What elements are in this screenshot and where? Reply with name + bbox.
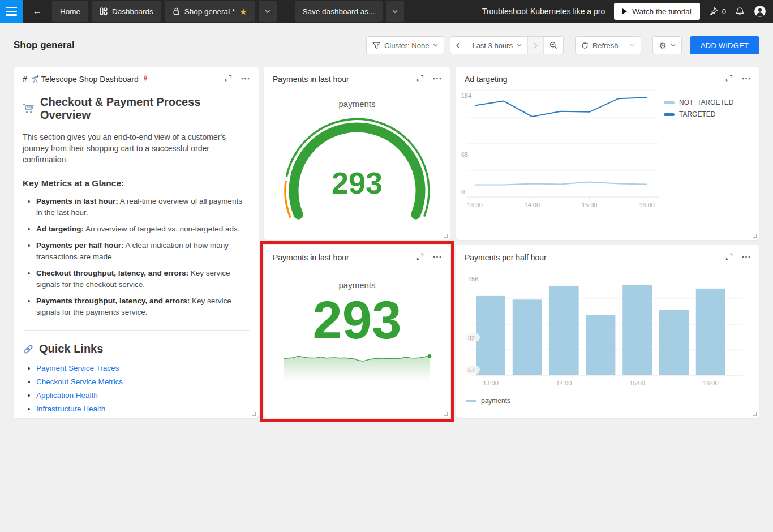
- play-icon: [622, 8, 627, 14]
- cluster-filter-button[interactable]: Cluster: None: [366, 36, 444, 54]
- back-arrow-button[interactable]: ←: [31, 6, 44, 17]
- widget-title: Payments in last hour: [273, 75, 416, 84]
- quick-links-list: Payment Service Traces Checkout Service …: [23, 364, 250, 418]
- widget-title: Payments in last hour: [273, 253, 416, 262]
- widget-menu-button[interactable]: [742, 256, 750, 258]
- dashboards-tab-label: Dashboards: [112, 7, 153, 16]
- widget-menu-button[interactable]: [742, 78, 750, 80]
- chart-legend: NOT_TARGETEDTARGETED: [664, 86, 746, 220]
- expand-widget-button[interactable]: [225, 75, 232, 82]
- pinned-items-button[interactable]: 0: [709, 7, 726, 16]
- nav-tab-dashboards[interactable]: Dashboards: [92, 1, 161, 22]
- time-range-selector[interactable]: Last 3 hours: [466, 37, 527, 54]
- pin-icon: [709, 7, 718, 16]
- svg-text:0: 0: [461, 188, 465, 195]
- watch-tutorial-button[interactable]: Watch the tutorial: [614, 3, 700, 20]
- svg-text:14:00: 14:00: [556, 380, 572, 387]
- expand-widget-button[interactable]: [725, 75, 733, 82]
- resize-handle[interactable]: [753, 234, 757, 238]
- save-dashboard-button[interactable]: Save dashboard as...: [295, 1, 383, 22]
- gauge-value: 293: [264, 167, 450, 199]
- svg-text:16:00: 16:00: [703, 380, 719, 387]
- resize-handle[interactable]: [444, 234, 448, 238]
- time-range-label: Last 3 hours: [472, 41, 513, 50]
- legend-label: NOT_TARGETED: [679, 98, 733, 106]
- expand-widget-button[interactable]: [416, 253, 424, 260]
- unlock-icon: [173, 7, 180, 15]
- watch-tutorial-label: Watch the tutorial: [632, 7, 692, 16]
- time-forward-button[interactable]: [527, 37, 543, 54]
- page-header: Shop general Cluster: None Last 3 hours: [0, 23, 773, 67]
- svg-text:15:00: 15:00: [629, 380, 645, 387]
- zoom-out-time-button[interactable]: [543, 37, 563, 54]
- number-chart[interactable]: payments 293: [264, 280, 450, 382]
- shopping-cart-icon: [23, 103, 35, 114]
- link-checkout-service-metrics[interactable]: Checkout Service Metrics: [36, 377, 123, 386]
- markdown-widget-title: # Telescope Shop Dashboard: [23, 75, 225, 84]
- svg-text:57: 57: [468, 367, 475, 374]
- dashboard-tab-dropdown[interactable]: [259, 1, 277, 22]
- line-chart[interactable]: 18465013:0014:0015:0016:00: [460, 86, 664, 220]
- filter-funnel-icon: [372, 42, 380, 49]
- svg-text:184: 184: [461, 92, 471, 99]
- notifications-button[interactable]: [735, 7, 745, 16]
- widget-menu-button[interactable]: [241, 78, 250, 80]
- ad-targeting-widget: Ad targeting 18465013:0014:0015:0016:00 …: [456, 67, 759, 240]
- legend-item[interactable]: NOT_TARGETED: [664, 98, 746, 106]
- list-item: Checkout Service Metrics: [36, 377, 250, 386]
- metric-label: payments: [264, 280, 450, 290]
- pin-count-badge: 0: [722, 7, 726, 16]
- favorite-star-icon[interactable]: ★: [239, 7, 247, 16]
- legend-item[interactable]: TARGETED: [664, 110, 746, 118]
- svg-text:65: 65: [461, 151, 468, 158]
- chevron-down-icon: [517, 44, 522, 47]
- svg-text:16:00: 16:00: [639, 201, 655, 208]
- link-infrastructure-health[interactable]: Infrastructure Health: [36, 405, 105, 413]
- link-application-health[interactable]: Application Health: [36, 391, 98, 400]
- top-navbar: ← Home Dashboards Shop general * ★ Save …: [0, 0, 773, 23]
- refresh-control: Refresh: [575, 36, 642, 54]
- current-dashboard-label: Shop general *: [184, 7, 235, 16]
- expand-widget-button[interactable]: [416, 75, 424, 82]
- refresh-options-dropdown[interactable]: [624, 37, 641, 54]
- legend-swatch: [664, 101, 675, 104]
- bar-chart[interactable]: 13:0014:0015:0016:001569257: [465, 264, 750, 394]
- divider: [23, 330, 250, 331]
- time-range-control: Last 3 hours: [450, 36, 564, 54]
- nav-tab-home[interactable]: Home: [52, 1, 88, 22]
- widget-menu-button[interactable]: [433, 78, 441, 80]
- payments-bar-widget: Payments per half hour 13:0014:0015:0016…: [456, 245, 759, 418]
- user-avatar[interactable]: [754, 5, 766, 18]
- link-icon: [23, 344, 34, 355]
- resize-handle[interactable]: [444, 412, 448, 416]
- hamburger-menu-button[interactable]: [0, 0, 23, 23]
- svg-text:13:00: 13:00: [483, 380, 499, 387]
- nav-tab-current-dashboard[interactable]: Shop general * ★: [165, 1, 255, 22]
- quick-links-heading: Quick Links: [23, 342, 250, 355]
- list-item: Payments per half hour: A clear indicati…: [36, 240, 250, 263]
- metrics-list: Payments in last hour: A real-time overv…: [23, 196, 250, 318]
- svg-text:13:00: 13:00: [467, 201, 483, 208]
- expand-widget-button[interactable]: [725, 253, 733, 260]
- dashboards-icon: [100, 7, 108, 15]
- link-payment-service-traces[interactable]: Payment Service Traces: [36, 364, 119, 372]
- highlighted-widget-wrapper: Payments in last hour payments 293: [264, 245, 450, 418]
- legend-label: TARGETED: [679, 110, 715, 118]
- widget-title: Payments per half hour: [465, 253, 725, 262]
- intro-paragraph: This section gives you an end-to-end vie…: [23, 131, 250, 165]
- widget-title: Ad targeting: [465, 75, 725, 84]
- dashboard-settings-button[interactable]: ⚙: [652, 36, 681, 54]
- resize-handle[interactable]: [753, 412, 757, 416]
- widget-menu-button[interactable]: [433, 256, 441, 258]
- refresh-button[interactable]: Refresh: [576, 37, 624, 54]
- gauge-chart[interactable]: payments 293: [264, 99, 450, 224]
- add-widget-button[interactable]: ADD WIDGET: [690, 36, 759, 54]
- time-back-button[interactable]: [450, 37, 466, 54]
- save-dashboard-label: Save dashboard as...: [303, 7, 375, 16]
- save-dashboard-dropdown[interactable]: [386, 1, 404, 22]
- markdown-widget: # Telescope Shop Dashboard Checkout & Pa…: [14, 67, 259, 418]
- zoom-out-icon: [549, 41, 557, 49]
- resize-handle[interactable]: [252, 412, 256, 416]
- refresh-label: Refresh: [592, 41, 619, 50]
- chevron-down-icon: [433, 44, 438, 47]
